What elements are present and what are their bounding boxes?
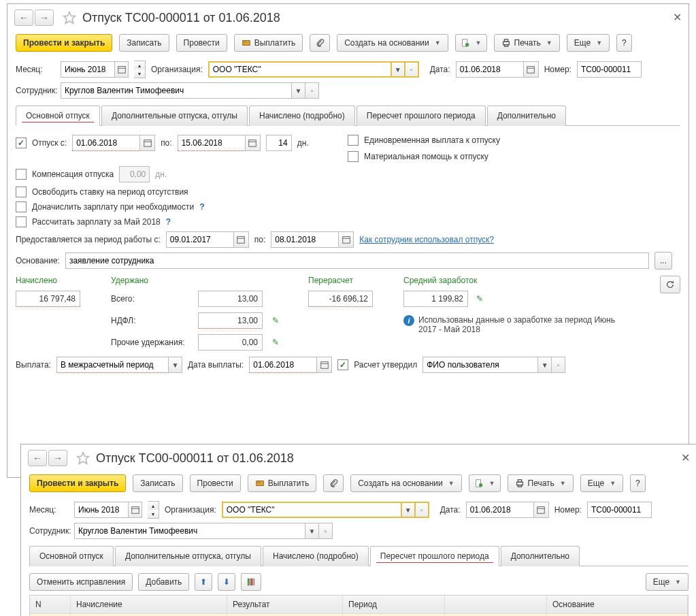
month-spinner-2[interactable]: ▲▼: [148, 501, 159, 519]
org-open-icon-2[interactable]: ▫: [416, 502, 429, 518]
date-calendar-icon-2[interactable]: [534, 502, 549, 518]
post-button-2[interactable]: Провести: [190, 474, 241, 492]
employee-field[interactable]: ▼ ▫: [61, 82, 319, 99]
tab-main-leave-2[interactable]: Основной отпуск: [29, 546, 114, 566]
other-withholdings-edit-icon[interactable]: ✎: [272, 338, 279, 347]
tab-recalculation[interactable]: Пересчет прошлого периода: [357, 106, 486, 126]
month-spinner[interactable]: ▲▼: [134, 61, 146, 78]
payout-input[interactable]: [56, 357, 169, 373]
save-button-2[interactable]: Записать: [133, 474, 182, 492]
calc-salary-checkbox[interactable]: [16, 216, 27, 227]
nav-back-button[interactable]: ←: [14, 10, 33, 26]
payroll-document-button-2[interactable]: ▼: [469, 474, 501, 492]
org-open-icon[interactable]: ▫: [405, 61, 419, 78]
tab-main-leave[interactable]: Основной отпуск: [16, 106, 100, 126]
approved-checkbox[interactable]: [337, 359, 348, 370]
leave-to-calendar-icon[interactable]: [246, 135, 261, 151]
print-button-2[interactable]: Печать▼: [508, 474, 574, 492]
leave-from-input[interactable]: [72, 135, 140, 151]
work-period-from-calendar-icon[interactable]: [234, 231, 249, 248]
ndfl-edit-icon[interactable]: ✎: [272, 316, 279, 325]
save-button[interactable]: Записать: [119, 34, 169, 52]
date-calendar-icon[interactable]: [524, 61, 539, 78]
recalc-more-button[interactable]: Еще▼: [646, 573, 689, 591]
date-input[interactable]: [456, 61, 524, 78]
attach-button[interactable]: [310, 34, 330, 52]
compensation-checkbox[interactable]: [16, 169, 27, 180]
move-up-button[interactable]: ⬆: [195, 573, 212, 591]
work-period-to-calendar-icon[interactable]: [339, 231, 354, 248]
month-calendar-icon-2[interactable]: [129, 502, 142, 518]
pay-button[interactable]: Выплатить: [234, 34, 303, 52]
reason-ellipsis-button[interactable]: ...: [654, 252, 672, 270]
days-input[interactable]: [266, 135, 292, 151]
month-field[interactable]: [61, 61, 129, 78]
create-based-on-button-2[interactable]: Создать на основании▼: [350, 474, 461, 492]
compensation-input[interactable]: [119, 166, 150, 182]
material-help-checkbox[interactable]: [348, 151, 359, 162]
employee-open-icon[interactable]: ▫: [305, 82, 319, 99]
favorite-star-icon[interactable]: [62, 10, 77, 25]
employee-dropdown-icon[interactable]: ▼: [292, 82, 305, 99]
move-down-button[interactable]: ⬇: [218, 573, 235, 591]
number-input[interactable]: [577, 61, 642, 78]
tab-additional-leave[interactable]: Дополнительные отпуска, отгулы: [101, 106, 248, 126]
nav-forward-button-2[interactable]: →: [48, 450, 67, 466]
org-dropdown-icon-2[interactable]: ▼: [402, 502, 416, 518]
favorite-star-icon-2[interactable]: [76, 451, 90, 466]
approved-by-dropdown-icon[interactable]: ▼: [538, 357, 552, 373]
tab-accrued-details-2[interactable]: Начислено (подробно): [263, 546, 369, 566]
approved-by-input[interactable]: [422, 357, 538, 373]
more-button-2[interactable]: Еще▼: [580, 474, 623, 492]
leave-to-input[interactable]: [178, 135, 246, 151]
employee-open-icon-2[interactable]: ▫: [319, 523, 333, 539]
attach-button-2[interactable]: [323, 474, 344, 492]
cancel-corrections-button[interactable]: Отменить исправления: [29, 573, 133, 591]
post-and-close-button[interactable]: Провести и закрыть: [16, 34, 112, 52]
month-field-2[interactable]: [74, 502, 142, 518]
payout-date-input[interactable]: [249, 357, 317, 373]
calc-salary-help-icon[interactable]: ?: [166, 217, 171, 227]
payroll-document-button[interactable]: ▼: [455, 34, 487, 52]
approved-by-open-icon[interactable]: ▫: [552, 357, 565, 373]
tab-additional-2[interactable]: Дополнительно: [501, 546, 580, 566]
month-input[interactable]: [61, 61, 115, 78]
org-dropdown-icon[interactable]: ▼: [392, 61, 405, 78]
tab-additional-leave-2[interactable]: Дополнительные отпуска, отгулы: [115, 546, 261, 566]
month-calendar-icon[interactable]: [115, 61, 129, 78]
tab-recalculation-2[interactable]: Пересчет прошлого периода: [370, 546, 499, 566]
payout-field[interactable]: ▼: [56, 357, 182, 373]
how-used-link[interactable]: Как сотрудник использовал отпуск?: [359, 235, 494, 244]
payout-dropdown-icon[interactable]: ▼: [169, 357, 182, 373]
free-rate-checkbox[interactable]: [16, 187, 27, 197]
post-button[interactable]: Провести: [176, 34, 227, 52]
org-field[interactable]: ▼ ▫: [208, 61, 419, 78]
work-period-to-input[interactable]: [271, 231, 339, 248]
nav-back-button-2[interactable]: ←: [28, 450, 47, 466]
post-and-close-button-2[interactable]: Провести и закрыть: [29, 474, 126, 492]
print-button[interactable]: Печать▼: [494, 34, 560, 52]
help-button[interactable]: ?: [616, 34, 632, 52]
tab-additional[interactable]: Дополнительно: [487, 106, 566, 126]
work-period-from-input[interactable]: [166, 231, 234, 248]
approved-by-field[interactable]: ▼ ▫: [422, 357, 565, 373]
nav-forward-button[interactable]: →: [35, 10, 54, 26]
payout-date-calendar-icon[interactable]: [317, 357, 332, 373]
number-input-2[interactable]: [587, 502, 652, 518]
create-based-on-button[interactable]: Создать на основании▼: [337, 34, 448, 52]
org-field-2[interactable]: ▼ ▫: [222, 502, 429, 518]
reason-input[interactable]: [65, 253, 649, 269]
avg-earnings-edit-icon[interactable]: ✎: [476, 294, 483, 304]
leave-checkbox[interactable]: [16, 137, 27, 148]
org-input[interactable]: [208, 61, 392, 78]
add-salary-help-icon[interactable]: ?: [199, 202, 204, 212]
refresh-button[interactable]: [660, 276, 680, 293]
close-icon[interactable]: ✕: [673, 11, 682, 24]
close-icon-2[interactable]: ✕: [681, 451, 690, 464]
employee-input[interactable]: [61, 82, 292, 99]
lump-sum-checkbox[interactable]: [348, 135, 359, 146]
leave-from-calendar-icon[interactable]: [140, 135, 155, 151]
pay-button-2[interactable]: Выплатить: [248, 474, 317, 492]
more-button[interactable]: Еще▼: [567, 34, 610, 52]
employee-dropdown-icon-2[interactable]: ▼: [305, 523, 319, 539]
